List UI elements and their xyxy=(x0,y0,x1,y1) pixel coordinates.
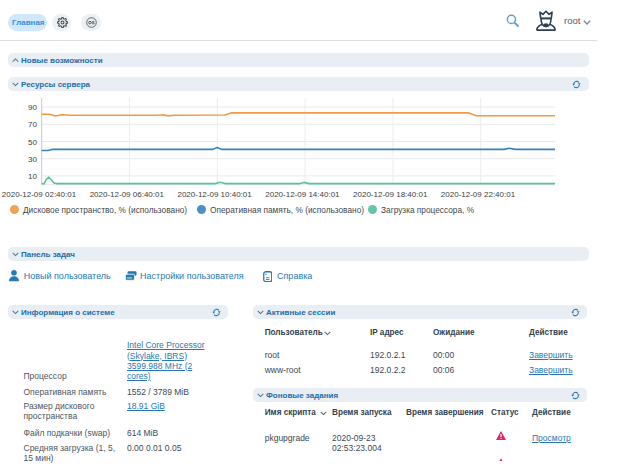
svg-text:2020-12-09 18:40:01: 2020-12-09 18:40:01 xyxy=(353,190,428,199)
svg-text:90: 90 xyxy=(28,103,37,112)
svg-text:30: 30 xyxy=(28,155,37,164)
svg-text:10: 10 xyxy=(28,172,37,181)
svg-text:70: 70 xyxy=(28,120,37,129)
svg-text:2020-12-09 10:40:01: 2020-12-09 10:40:01 xyxy=(177,190,252,199)
svg-text:2020-12-09 02:40:01: 2020-12-09 02:40:01 xyxy=(2,190,77,199)
svg-text:2020-12-09 14:40:01: 2020-12-09 14:40:01 xyxy=(265,190,340,199)
svg-text:2020-12-09 22:40:01: 2020-12-09 22:40:01 xyxy=(441,190,516,199)
svg-text:50: 50 xyxy=(28,138,37,147)
svg-text:2020-12-09 06:40:01: 2020-12-09 06:40:01 xyxy=(90,190,165,199)
